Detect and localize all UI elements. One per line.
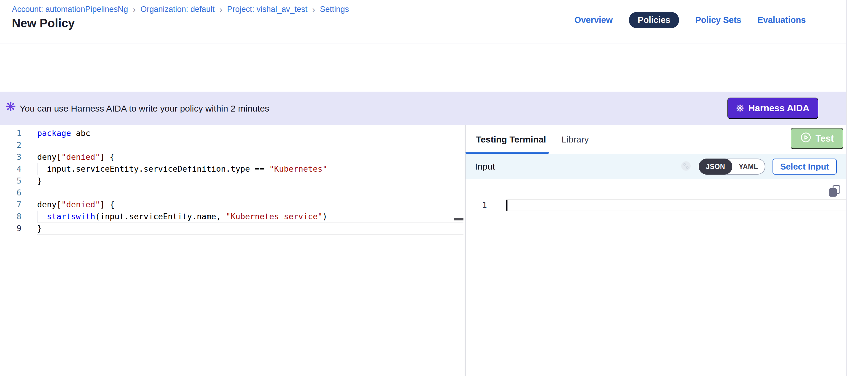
code-line-9: 9} [0,222,465,234]
line-number: 2 [0,139,22,151]
tab-library[interactable]: Library [562,134,589,145]
line-number: 7 [0,199,22,211]
breadcrumb-separator-icon: › [133,5,136,13]
nav-tabs: OverviewPoliciesPolicy SetsEvaluations [575,12,806,28]
breadcrumb-item-account[interactable]: Account: automationPipelinesNg [12,5,128,14]
code-content: } [37,222,42,234]
code-line-7: 7deny["denied"] { [0,199,465,211]
code-line-5: 5} [0,175,465,187]
breadcrumb-item-organization[interactable]: Organization: default [141,5,214,14]
nav-tab-evaluations[interactable]: Evaluations [757,15,806,25]
aida-button-flower-icon: ❋ [736,103,744,113]
code-content: } [37,175,42,187]
input-section-header: Input JSONYAML Select Input [466,154,846,179]
indent-guide [37,163,38,175]
line-number: 6 [0,187,22,199]
breadcrumb-separator-icon: › [219,5,222,13]
line-number: 9 [0,222,22,234]
code-line-6: 6 [0,187,465,199]
harness-aida-button[interactable]: ❋ Harness AIDA [727,98,818,119]
code-line-3: 3deny["denied"] { [0,151,465,163]
active-tab-underline [466,152,549,154]
line-number: 3 [0,151,22,163]
copy-icon[interactable] [829,185,840,197]
line-number: 8 [0,211,22,222]
page-header: Account: automationPipelinesNg›Organizat… [0,0,846,43]
code-content: deny["denied"] { [37,151,115,163]
text-cursor [506,200,507,211]
line-number: 1 [0,127,22,139]
policy-page: Account: automationPipelinesNg›Organizat… [0,0,868,376]
breadcrumb-separator-icon: › [312,5,315,13]
aida-flower-icon: ❋ [5,100,16,113]
input-editor[interactable]: 1 [466,199,846,211]
aida-banner-message: You can use Harness AIDA to write your p… [20,103,269,114]
code-content: deny["denied"] { [37,199,115,211]
input-line-number: 1 [466,199,487,211]
select-input-button[interactable]: Select Input [773,159,837,175]
indent-guide [37,211,38,222]
breadcrumb-item-settings[interactable]: Settings [320,5,349,14]
input-current-line [506,199,846,211]
code-line-8: 8 startswith(input.serviceEntity.name, "… [0,211,465,222]
aida-banner: ❋ You can use Harness AIDA to write your… [0,92,846,125]
line-number: 5 [0,175,22,187]
format-option-json[interactable]: JSON [699,159,732,175]
right-edge-divider [846,0,846,376]
policy-toolbar: Default_Service_Policy Save Discard [0,43,846,92]
nav-tab-policy-sets[interactable]: Policy Sets [695,15,741,25]
code-line-2: 2 [0,139,465,151]
breadcrumb: Account: automationPipelinesNg›Organizat… [12,5,349,14]
policy-code-editor[interactable]: 1package abc23deny["denied"] {4 input.se… [0,125,465,376]
code-lines: 1package abc23deny["denied"] {4 input.se… [0,127,465,234]
aida-button-label: Harness AIDA [748,103,809,114]
format-toggle: JSONYAML [699,159,765,175]
input-bar-controls: JSONYAML Select Input [680,159,837,175]
breadcrumb-item-project[interactable]: Project: vishal_av_test [227,5,307,14]
branch-icon [680,160,692,173]
panel-tabs: Testing TerminalLibrary [466,125,846,154]
code-content: startswith(input.serviceEntity.name, "Ku… [37,211,327,222]
code-line-1: 1package abc [0,127,465,139]
code-content: package abc [37,127,90,139]
test-button-label: Test [816,133,834,144]
nav-tab-policies[interactable]: Policies [629,12,679,28]
input-label: Input [475,161,495,171]
line-number: 4 [0,163,22,175]
tab-testing-terminal[interactable]: Testing Terminal [476,134,546,145]
page-title: New Policy [12,17,75,30]
play-icon [800,132,811,146]
overview-ruler-cursor-mark [454,218,463,220]
testing-panel: Testing TerminalLibrary Test Input [466,125,846,376]
format-option-yaml[interactable]: YAML [732,159,765,175]
test-button[interactable]: Test [790,128,843,149]
code-content: input.serviceEntity.serviceDefinition.ty… [37,163,327,175]
code-line-4: 4 input.serviceEntity.serviceDefinition.… [0,163,465,175]
nav-tab-overview[interactable]: Overview [575,15,613,25]
